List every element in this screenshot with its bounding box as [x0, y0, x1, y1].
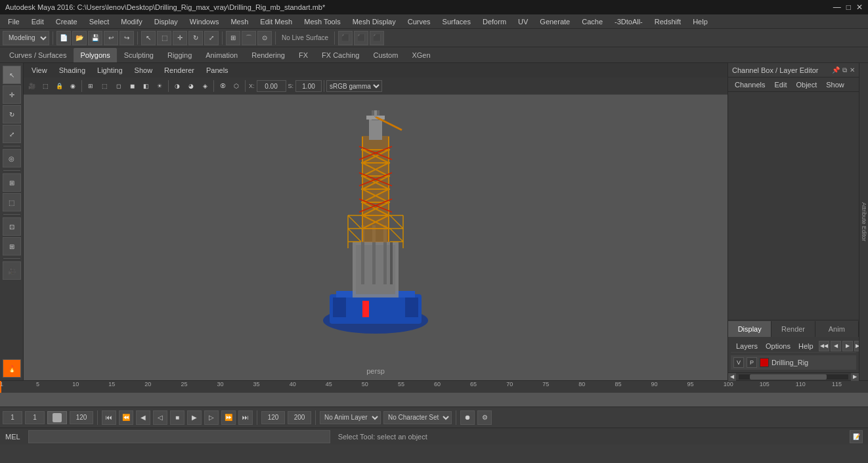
minimize-button[interactable]: —: [833, 3, 841, 12]
tab-fx-caching[interactable]: FX Caching: [315, 48, 366, 62]
close-button[interactable]: ✕: [856, 3, 863, 12]
scale-tool-button[interactable]: ⤢: [204, 31, 219, 45]
max-frame-field[interactable]: [288, 411, 311, 424]
play-forward-button[interactable]: ▶: [187, 410, 202, 425]
go-start-button[interactable]: ⏮: [102, 410, 116, 425]
play-back-button[interactable]: ◁: [153, 410, 167, 425]
script-editor-button[interactable]: 📝: [850, 430, 863, 443]
save-file-button[interactable]: 💾: [88, 31, 102, 45]
maximize-button[interactable]: □: [846, 3, 851, 12]
show-menu[interactable]: Show: [129, 65, 158, 76]
lighting-menu[interactable]: Lighting: [92, 65, 128, 76]
options-menu-item[interactable]: Options: [763, 342, 793, 351]
menu-item-windows[interactable]: Windows: [184, 16, 225, 27]
vp-smooth-btn[interactable]: ◻: [112, 79, 125, 93]
shading-menu[interactable]: Shading: [54, 65, 91, 76]
autokey-button[interactable]: ⏺: [460, 410, 475, 425]
timeline-ruler[interactable]: 1510152025303540455055606570758085909510…: [0, 381, 868, 393]
ipr-button[interactable]: ⬛: [354, 31, 368, 45]
attribute-editor-tab[interactable]: Attribute Editor: [859, 63, 868, 380]
show-menu-cb[interactable]: Show: [822, 79, 848, 90]
tab-rigging[interactable]: Rigging: [161, 48, 198, 62]
tab-sculpting[interactable]: Sculpting: [118, 48, 160, 62]
prev-frame-button[interactable]: ◀: [136, 410, 150, 425]
snap-curve-button[interactable]: ⌒: [242, 31, 256, 45]
range-end-input[interactable]: [70, 411, 93, 424]
select-tool-lt[interactable]: ↖: [3, 66, 21, 84]
tab-fx[interactable]: FX: [292, 48, 315, 62]
menu-item-create[interactable]: Create: [51, 16, 83, 27]
vp-light-btn[interactable]: ☀: [153, 79, 166, 93]
vp-xray-btn[interactable]: ⬡: [230, 79, 243, 93]
range-start-field[interactable]: [261, 411, 285, 424]
menu-item-generate[interactable]: Generate: [534, 16, 575, 27]
vp-isolation-btn[interactable]: ⦿: [216, 79, 229, 93]
vp-shadow-btn[interactable]: ◑: [171, 79, 184, 93]
vp-grid-btn[interactable]: ⊞: [84, 79, 97, 93]
snap-grid-button[interactable]: ⊞: [226, 31, 240, 45]
menu-item-surfaces[interactable]: Surfaces: [437, 16, 476, 27]
go-end-button[interactable]: ⏭: [238, 410, 253, 425]
timeline-bar[interactable]: [0, 393, 868, 407]
rotate-tool-button[interactable]: ↻: [188, 31, 203, 45]
soft-select-lt[interactable]: ◎: [3, 149, 21, 167]
step-forward-button[interactable]: ⏩: [221, 410, 236, 425]
rotate-tool-lt[interactable]: ↻: [3, 105, 21, 123]
next-frame-button[interactable]: ▷: [204, 410, 219, 425]
camera-lt[interactable]: 🎥: [3, 261, 21, 280]
current-frame-start[interactable]: [3, 411, 22, 424]
move-tool-lt[interactable]: ✛: [3, 85, 21, 104]
anim-tab[interactable]: Anim: [815, 321, 859, 337]
pin-button[interactable]: 📌: [832, 66, 840, 74]
vp-filmgate-btn[interactable]: ⬚: [39, 79, 52, 93]
vp-lock-btn[interactable]: 🔒: [53, 79, 66, 93]
layer-name[interactable]: Drilling_Rig: [771, 359, 854, 366]
menu-item-mesh[interactable]: Mesh: [225, 16, 253, 27]
colorspace-dropdown[interactable]: sRGB gamma: [326, 80, 382, 92]
render-tab[interactable]: Render: [771, 321, 815, 337]
new-file-button[interactable]: 📄: [56, 31, 71, 45]
edit-menu[interactable]: Edit: [770, 79, 791, 90]
menu-item-uv[interactable]: UV: [513, 16, 533, 27]
coord-x-input[interactable]: [257, 80, 286, 92]
render-button[interactable]: ⬛: [338, 31, 353, 45]
layer-visible-toggle[interactable]: V: [733, 357, 744, 368]
vp-shaded-btn[interactable]: ◼: [125, 79, 139, 93]
lasso-tool-button[interactable]: ⬚: [157, 31, 171, 45]
menu-item-display[interactable]: Display: [149, 16, 183, 27]
snap-point-button[interactable]: ⊙: [257, 31, 272, 45]
menu-item-modify[interactable]: Modify: [116, 16, 147, 27]
display1-lt[interactable]: ⊡: [3, 217, 21, 236]
marquee-lt[interactable]: ⬚: [3, 193, 21, 211]
display-tab[interactable]: Display: [728, 321, 771, 337]
help-menu-item[interactable]: Help: [796, 342, 816, 351]
menu-item--3dtoall-[interactable]: -3DtoAll-: [609, 16, 648, 27]
tab-animation[interactable]: Animation: [199, 48, 244, 62]
menu-item-redshift[interactable]: Redshift: [649, 16, 686, 27]
tab-curves-surfaces[interactable]: Curves / Surfaces: [3, 48, 73, 62]
tab-xgen[interactable]: XGen: [405, 48, 437, 62]
mel-input[interactable]: [28, 430, 330, 443]
tab-rendering[interactable]: Rendering: [245, 48, 292, 62]
layer-arrow-next[interactable]: ▶: [842, 341, 853, 351]
layer-playback-toggle[interactable]: P: [747, 357, 757, 368]
scale-tool-lt[interactable]: ⤢: [3, 125, 21, 143]
menu-item-editmesh[interactable]: Edit Mesh: [255, 16, 297, 27]
vp-texture-btn[interactable]: ◧: [139, 79, 152, 93]
preferences-button[interactable]: ⚙: [477, 410, 492, 425]
stop-button[interactable]: ■: [170, 410, 184, 425]
current-frame[interactable]: [25, 411, 45, 424]
object-menu[interactable]: Object: [792, 79, 821, 90]
menu-item-meshdisplay[interactable]: Mesh Display: [347, 16, 401, 27]
panels-menu[interactable]: Panels: [201, 65, 234, 76]
layer-color-swatch[interactable]: [760, 358, 769, 367]
select-tool-button[interactable]: ↖: [141, 31, 156, 45]
scrollbar-track[interactable]: [739, 374, 848, 380]
view-menu[interactable]: View: [26, 65, 53, 76]
vp-hud-btn[interactable]: ◈: [198, 79, 211, 93]
menu-item-select[interactable]: Select: [84, 16, 115, 27]
undo-button[interactable]: ↩: [104, 31, 118, 45]
menu-item-help[interactable]: Help: [687, 16, 713, 27]
renderer-menu[interactable]: Renderer: [159, 65, 200, 76]
layers-menu-item[interactable]: Layers: [733, 342, 760, 351]
